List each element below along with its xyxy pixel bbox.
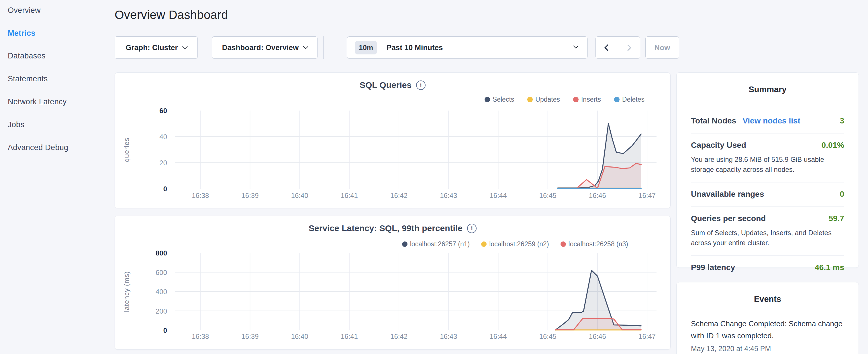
- chevron-down-icon: [573, 43, 578, 49]
- sidebar-item-jobs[interactable]: Jobs: [8, 120, 24, 129]
- svg-text:600: 600: [156, 269, 167, 277]
- time-range-badge: 10m: [355, 41, 377, 55]
- summary-row-capacity-used: Capacity Used 0.01% You are using 28.6 M…: [691, 133, 844, 183]
- sidebar-item-databases[interactable]: Databases: [8, 52, 45, 60]
- svg-text:16:44: 16:44: [490, 192, 507, 199]
- svg-text:16:41: 16:41: [341, 192, 358, 199]
- queries-per-second-value: 59.7: [829, 214, 844, 223]
- dashboard-dropdown-label: Dashboard: Overview: [222, 43, 299, 52]
- svg-text:16:39: 16:39: [241, 192, 258, 199]
- svg-text:60: 60: [159, 107, 167, 115]
- time-range-label: Past 10 Minutes: [386, 43, 443, 52]
- svg-text:16:45: 16:45: [539, 332, 557, 340]
- svg-text:16:43: 16:43: [440, 192, 457, 199]
- sidebar-item-overview[interactable]: Overview: [8, 6, 41, 15]
- sidebar-item-statements[interactable]: Statements: [8, 74, 48, 83]
- capacity-used-value: 0.01%: [822, 141, 844, 150]
- svg-text:16:47: 16:47: [639, 332, 656, 340]
- now-button[interactable]: Now: [645, 36, 679, 59]
- svg-text:16:42: 16:42: [390, 192, 407, 199]
- graph-dropdown[interactable]: Graph: Cluster: [115, 36, 198, 59]
- svg-text:16:45: 16:45: [539, 192, 557, 199]
- sql-queries-chart-panel: SQL Queries i Selects Updates Inserts De…: [115, 72, 671, 208]
- svg-text:16:39: 16:39: [241, 332, 258, 340]
- capacity-used-desc: You are using 28.6 MiB of 515.9 GiB usab…: [691, 154, 844, 174]
- unavailable-ranges-value: 0: [840, 190, 844, 199]
- svg-text:800: 800: [156, 249, 167, 257]
- event-timestamp: May 13, 2020 at 4:45 PM: [691, 345, 844, 353]
- svg-text:16:38: 16:38: [192, 332, 209, 340]
- svg-text:400: 400: [156, 288, 167, 296]
- events-title: Events: [677, 294, 859, 304]
- service-latency-chart: 16:3816:3916:4016:4116:4216:4316:4416:45…: [115, 216, 671, 350]
- chevron-down-icon: [303, 44, 308, 49]
- svg-text:16:44: 16:44: [490, 332, 507, 340]
- total-nodes-value: 3: [840, 116, 844, 125]
- summary-panel: Summary Total Nodes View nodes list 3 Ca…: [676, 72, 859, 268]
- svg-text:16:40: 16:40: [291, 192, 308, 199]
- svg-text:latency (ms): latency (ms): [123, 271, 130, 312]
- chevron-right-icon: [625, 44, 631, 51]
- svg-text:40: 40: [159, 133, 167, 141]
- svg-text:16:47: 16:47: [639, 192, 656, 199]
- svg-text:16:43: 16:43: [440, 332, 457, 340]
- time-step-group: [595, 36, 640, 59]
- svg-text:16:41: 16:41: [341, 332, 358, 340]
- svg-text:16:38: 16:38: [192, 192, 209, 199]
- summary-title: Summary: [677, 85, 859, 94]
- summary-row-total-nodes: Total Nodes View nodes list 3: [691, 109, 844, 133]
- svg-text:20: 20: [159, 159, 167, 167]
- graph-dropdown-label: Graph: Cluster: [125, 43, 178, 52]
- svg-text:200: 200: [156, 307, 167, 315]
- svg-text:0: 0: [163, 326, 167, 334]
- summary-row-unavailable-ranges: Unavailable ranges 0: [691, 183, 844, 207]
- p99-latency-value: 46.1 ms: [815, 263, 844, 272]
- svg-text:16:42: 16:42: [390, 332, 407, 340]
- svg-text:0: 0: [163, 185, 167, 193]
- svg-text:queries: queries: [123, 137, 130, 162]
- event-item[interactable]: Schema Change Completed: Schema change w…: [691, 318, 844, 353]
- chevron-down-icon: [182, 44, 187, 49]
- svg-text:16:40: 16:40: [291, 332, 308, 340]
- view-nodes-list-link[interactable]: View nodes list: [743, 116, 800, 125]
- svg-text:16:46: 16:46: [589, 192, 606, 199]
- summary-row-queries-per-second: Queries per second 59.7 Sum of Selects, …: [691, 207, 844, 256]
- events-panel: Events Schema Change Completed: Schema c…: [676, 282, 859, 354]
- page-title: Overview Dashboard: [115, 8, 228, 22]
- service-latency-chart-panel: Service Latency: SQL, 99th percentile i …: [115, 216, 671, 350]
- sidebar-item-metrics[interactable]: Metrics: [8, 29, 35, 38]
- svg-text:16:46: 16:46: [589, 332, 606, 340]
- dashboard-dropdown[interactable]: Dashboard: Overview: [212, 36, 317, 59]
- sql-queries-chart: 16:3816:3916:4016:4116:4216:4316:4416:45…: [115, 73, 671, 208]
- event-message: Schema Change Completed: Schema change w…: [691, 318, 844, 342]
- time-next-button[interactable]: [618, 37, 640, 58]
- time-range-dropdown[interactable]: 10m Past 10 Minutes: [347, 36, 588, 59]
- sidebar-item-network-latency[interactable]: Network Latency: [8, 97, 67, 106]
- queries-per-second-desc: Sum of Selects, Updates, Inserts, and De…: [691, 228, 844, 248]
- sidebar-item-advanced-debug[interactable]: Advanced Debug: [8, 143, 68, 152]
- chevron-left-icon: [604, 44, 611, 51]
- toolbar-divider: [323, 36, 324, 59]
- sidebar: Overview Metrics Databases Statements Ne…: [0, 0, 113, 354]
- time-prev-button[interactable]: [596, 37, 618, 58]
- summary-row-p99-latency: P99 latency 46.1 ms: [691, 256, 844, 280]
